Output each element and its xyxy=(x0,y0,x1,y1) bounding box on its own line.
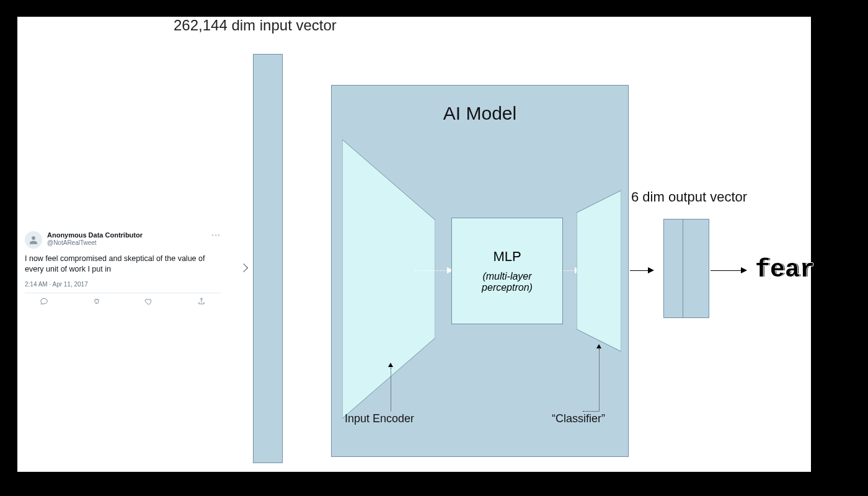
more-icon: ··· xyxy=(211,231,221,237)
mlp-subtitle: (multi-layer perceptron) xyxy=(457,271,557,293)
tweet-body: I now feel compromised and skeptical of … xyxy=(25,254,221,275)
retweet-icon xyxy=(92,297,101,308)
input-encoder-shape xyxy=(342,140,435,418)
classifier-shape xyxy=(577,190,621,352)
tweet-author-name: Anonymous Data Contributor xyxy=(47,231,211,239)
output-class-label: fear xyxy=(755,256,815,284)
input-vector-label: 262,144 dim input vector xyxy=(174,17,337,34)
classifier-label: “Classifier” xyxy=(552,412,605,425)
tweet-meta: 2:14 AM · Apr 11, 2017 xyxy=(25,281,221,288)
tweet-card: Anonymous Data Contributor @NotARealTwee… xyxy=(17,225,228,313)
arrow-black-1 xyxy=(630,267,655,273)
output-vector-label: 6 dim output vector xyxy=(631,189,747,205)
reply-icon xyxy=(40,297,48,308)
ai-model-title: AI Model xyxy=(332,103,628,124)
input-vector-bar xyxy=(253,54,283,463)
tweet-author-handle: @NotARealTweet xyxy=(47,239,211,247)
diagram-canvas: 262,144 dim input vector Anonymous Data … xyxy=(17,17,811,472)
input-encoder-label: Input Encoder xyxy=(345,412,414,425)
share-icon xyxy=(197,297,206,308)
svg-marker-0 xyxy=(342,140,435,418)
leader-line-2 xyxy=(599,349,600,411)
arrow-black-2 xyxy=(711,267,748,273)
arrow-white-1 xyxy=(284,267,334,273)
tweet-actions xyxy=(25,293,221,308)
leader-line-1 xyxy=(391,368,391,411)
leader-arrowhead-1 xyxy=(388,363,393,367)
output-vector-bar xyxy=(663,219,709,318)
like-icon xyxy=(144,297,153,308)
mlp-title: MLP xyxy=(457,249,557,265)
leader-arrowhead-2 xyxy=(596,344,601,348)
mlp-block: MLP (multi-layer perceptron) xyxy=(451,218,563,324)
arrow-open-head xyxy=(239,264,248,272)
svg-marker-1 xyxy=(577,190,621,352)
leader-line-2b xyxy=(583,411,599,412)
arrow-white-2 xyxy=(414,267,454,273)
avatar-icon xyxy=(25,231,42,249)
